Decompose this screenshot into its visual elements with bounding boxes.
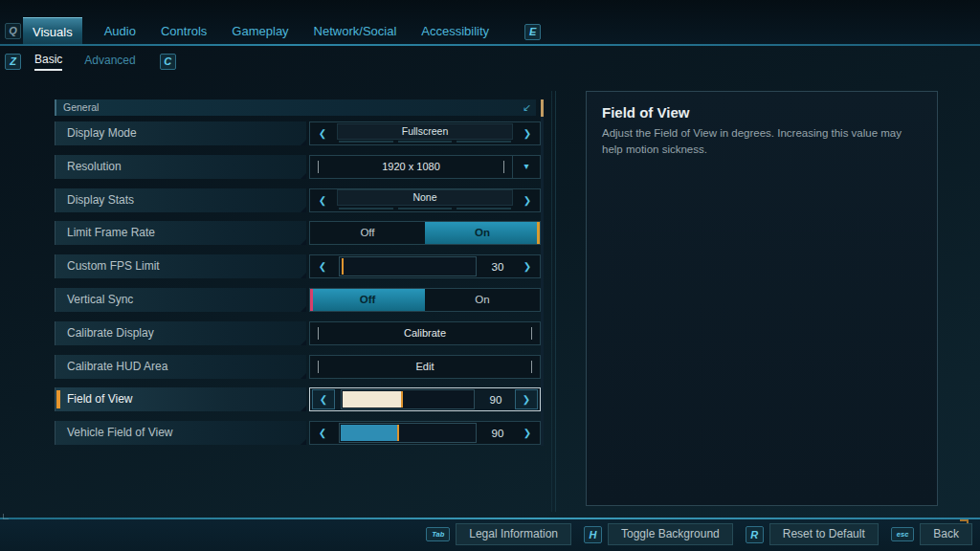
chevron-left-icon[interactable]: ❮ [310, 255, 335, 277]
setting-label[interactable]: Vehicle Field of View [55, 421, 306, 445]
slider-handle[interactable] [397, 425, 399, 441]
footer-group-legal: Tab Legal Information [426, 523, 571, 545]
key-hint-tab: Tab [426, 527, 450, 541]
edge-bar [531, 327, 532, 340]
chevron-right-icon[interactable]: ❯ [515, 255, 540, 277]
row-limit-frame-rate: Limit Frame Rate Off On [55, 221, 541, 245]
collapse-icon[interactable]: ↙ [523, 99, 531, 116]
tab-controls[interactable]: Controls [158, 17, 210, 46]
key-hint-esc: esc [891, 527, 915, 541]
vertical-sync-toggle: Off On [309, 288, 541, 312]
section-header-general[interactable]: General ↙ [55, 99, 536, 116]
tab-gameplay[interactable]: Gameplay [229, 17, 291, 46]
detail-description: Adjust the Field of View in degrees. Inc… [602, 125, 918, 157]
button-label: Edit [319, 361, 531, 372]
slider-track[interactable] [339, 423, 477, 443]
panel-divider [555, 91, 556, 512]
subtab-basic[interactable]: Basic [34, 53, 62, 71]
subtab-advanced[interactable]: Advanced [84, 54, 135, 70]
toggle-accent [310, 289, 313, 311]
spinner-value: None [337, 189, 513, 206]
display-mode-spinner: ❮ Fullscreen ❯ [309, 121, 541, 145]
detail-title: Field of View [602, 104, 922, 121]
chevron-right-icon[interactable]: ❯ [515, 122, 540, 144]
setting-label[interactable]: Resolution [55, 155, 306, 179]
setting-label[interactable]: Limit Frame Rate [55, 221, 306, 245]
button-label: Calibrate [319, 327, 531, 339]
display-stats-spinner: ❮ None ❯ [309, 188, 541, 212]
toggle-option-on[interactable]: On [425, 289, 540, 311]
slider-handle[interactable] [401, 391, 403, 408]
tab-bar: Visuals Audio Controls Gameplay Network/… [23, 17, 541, 46]
calibrate-button[interactable]: Calibrate [309, 321, 541, 345]
limit-frame-rate-toggle: Off On [309, 221, 541, 245]
row-resolution: Resolution 1920 x 1080 ▾ [55, 155, 541, 179]
back-button[interactable]: Back [920, 523, 972, 545]
option-indicator [339, 208, 511, 209]
setting-label[interactable]: Calibrate Display [55, 321, 306, 345]
tab-audio[interactable]: Audio [101, 17, 139, 46]
key-hint-c: C [160, 54, 176, 70]
chevron-right-icon[interactable]: ❯ [515, 389, 538, 409]
tab-underline [0, 44, 980, 46]
setting-label[interactable]: Calibrate HUD Area [55, 355, 306, 379]
edit-hud-button[interactable]: Edit [309, 355, 541, 379]
detail-panel: Field of View Adjust the Field of View i… [586, 91, 938, 506]
toggle-option-on[interactable]: On [425, 222, 540, 244]
toggle-option-off[interactable]: Off [310, 222, 425, 244]
chevron-left-icon[interactable]: ❮ [310, 422, 335, 444]
setting-label[interactable]: Custom FPS Limit [55, 254, 306, 278]
row-calibrate-hud-area: Calibrate HUD Area Edit [55, 355, 541, 379]
row-display-stats: Display Stats ❮ None ❯ [55, 188, 541, 212]
tab-accessibility[interactable]: Accessibility [418, 17, 492, 46]
edge-bar [318, 161, 319, 173]
edge-bar [503, 161, 504, 173]
key-hint-h: H [584, 526, 602, 543]
chevron-down-icon[interactable]: ▾ [512, 156, 540, 178]
chevron-left-icon[interactable]: ❮ [310, 189, 335, 211]
chevron-right-icon[interactable]: ❯ [515, 422, 540, 444]
tab-visuals[interactable]: Visuals [23, 17, 82, 46]
vehicle-fov-slider: ❮ 90 ❯ [309, 421, 541, 445]
legal-information-button[interactable]: Legal Information [456, 523, 571, 545]
section-title: General [63, 101, 99, 113]
chevron-right-icon[interactable]: ❯ [515, 189, 540, 211]
toggle-accent [537, 222, 540, 244]
key-hint-r: R [746, 526, 764, 543]
slider-fill [341, 425, 398, 441]
row-calibrate-display: Calibrate Display Calibrate [55, 321, 541, 345]
footer-group-back: esc Back [891, 523, 972, 545]
key-hint-z: Z [5, 54, 21, 70]
chevron-left-icon[interactable]: ❮ [312, 389, 335, 409]
scrollbar-thumb[interactable] [541, 99, 544, 117]
row-display-mode: Display Mode ❮ Fullscreen ❯ [55, 121, 541, 145]
edge-bar [318, 327, 319, 340]
tab-network-social[interactable]: Network/Social [311, 17, 400, 46]
footer-group-background: H Toggle Background [584, 523, 733, 545]
setting-label[interactable]: Display Stats [55, 188, 306, 212]
setting-label[interactable]: Field of View [55, 387, 306, 411]
setting-label[interactable]: Display Mode [55, 121, 306, 145]
slider-fill [343, 391, 402, 408]
reset-to-default-button[interactable]: Reset to Default [769, 523, 879, 545]
slider-track[interactable] [339, 256, 477, 276]
scrollbar-track[interactable] [541, 99, 544, 446]
option-indicator [339, 141, 511, 143]
slider-value: 90 [479, 394, 513, 406]
toggle-background-button[interactable]: Toggle Background [608, 523, 733, 545]
chevron-left-icon[interactable]: ❮ [310, 122, 335, 144]
slider-handle[interactable] [342, 258, 344, 275]
toggle-option-off[interactable]: Off [310, 289, 425, 311]
slider-track[interactable] [341, 389, 475, 409]
dropdown-value: 1920 x 1080 [319, 161, 503, 172]
slider-value: 30 [480, 261, 515, 273]
field-of-view-slider: ❮ 90 ❯ [309, 387, 541, 411]
row-vehicle-field-of-view: Vehicle Field of View ❮ 90 ❯ [55, 421, 541, 445]
settings-rows: Display Mode ❮ Fullscreen ❯ Resolution 1… [55, 121, 541, 445]
panel-divider [551, 91, 552, 512]
key-hint-e: E [524, 24, 541, 40]
setting-label[interactable]: Vertical Sync [55, 288, 306, 312]
key-hint-q: Q [5, 23, 21, 39]
resolution-dropdown[interactable]: 1920 x 1080 ▾ [309, 155, 541, 179]
settings-list: General ↙ Display Mode ❮ Fullscreen ❯ Re… [55, 99, 541, 445]
